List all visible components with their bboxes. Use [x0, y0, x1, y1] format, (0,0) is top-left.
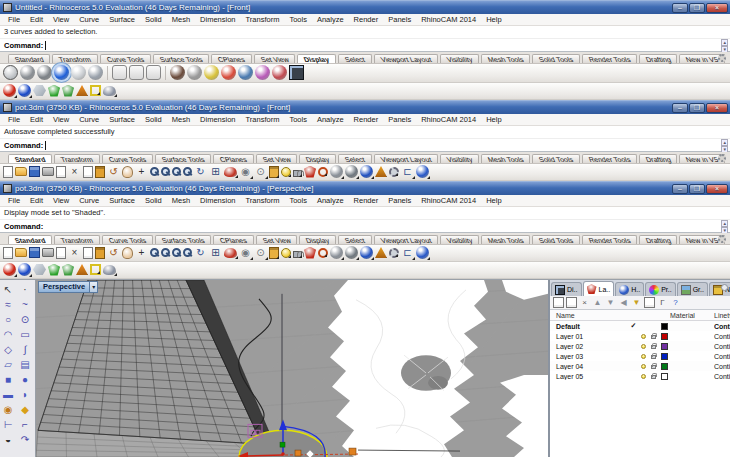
tab-cplanes[interactable]: CPlanes [211, 54, 251, 63]
layer-lock-icon[interactable] [648, 353, 658, 359]
minimize-button[interactable]: – [672, 103, 688, 113]
freeform-curve-icon[interactable]: ∫ [17, 342, 33, 357]
zoom-dynamic-icon[interactable] [150, 167, 159, 176]
menu-surface[interactable]: Surface [104, 15, 140, 24]
render-ring-icon[interactable] [318, 167, 328, 177]
layer-linetype[interactable]: Continuous [714, 353, 730, 360]
save-file-icon[interactable] [29, 166, 40, 177]
render-red-sphere-icon[interactable] [3, 84, 16, 97]
gear-icon[interactable] [718, 235, 726, 243]
layer-lock-icon[interactable] [648, 343, 658, 349]
layer-visibility-bulb-icon[interactable] [639, 354, 648, 359]
tab-curve-tools[interactable]: Curve Tools [102, 154, 153, 163]
tab-cplanes[interactable]: CPlanes [213, 235, 253, 244]
layer-name[interactable]: Layer 04 [550, 363, 628, 370]
menu-panels[interactable]: Panels [383, 196, 416, 205]
tab-viewport-layout[interactable]: Viewport Layout [374, 154, 438, 163]
layer-name[interactable]: Layer 03 [550, 353, 628, 360]
menu-solid[interactable]: Solid [140, 115, 167, 124]
artistic-display-icon[interactable] [129, 65, 144, 80]
minimize-button[interactable]: – [672, 184, 688, 194]
layer-row-layer-02[interactable]: Layer 02Continuous [550, 341, 730, 351]
layer-row-default[interactable]: Default✓Continuous [550, 321, 730, 331]
layer-color-swatch[interactable] [661, 363, 668, 370]
tab-solid-tools[interactable]: Solid Tools [532, 154, 580, 163]
xray-display-icon[interactable] [88, 65, 103, 80]
menu-file[interactable]: File [3, 115, 25, 124]
filter-icon[interactable]: ▼ [631, 297, 642, 308]
panel-tab-layers[interactable]: La.. [583, 281, 615, 296]
new-file-icon[interactable] [3, 166, 13, 178]
command-input[interactable] [46, 139, 730, 151]
ellipse-icon[interactable]: ⊙ [17, 312, 33, 327]
menu-curve[interactable]: Curve [74, 15, 104, 24]
paste-icon[interactable] [95, 247, 105, 259]
rendered-display-icon[interactable] [54, 65, 69, 80]
annotate-doc-icon[interactable] [56, 166, 66, 178]
tab-render-tools[interactable]: Render Tools [582, 235, 637, 244]
object-snap-icon[interactable]: ◉ [239, 165, 252, 178]
annotate-doc-icon[interactable] [56, 247, 66, 259]
menu-surface[interactable]: Surface [104, 196, 140, 205]
layer-linetype[interactable]: Continuous [714, 343, 730, 350]
panel-tab-help-icon[interactable] [619, 285, 629, 295]
arc-icon[interactable]: ◠ [0, 327, 16, 342]
surface-loft-icon[interactable]: ▤ [17, 357, 33, 372]
shaded-display-icon[interactable] [20, 65, 35, 80]
layer-name[interactable]: Default [550, 323, 628, 330]
restore-button[interactable]: ❐ [689, 103, 705, 113]
menu-mesh[interactable]: Mesh [167, 15, 195, 24]
menu-tools[interactable]: Tools [284, 196, 312, 205]
layer-bulb-icon[interactable] [281, 248, 291, 258]
green-shield-icon[interactable] [48, 264, 60, 276]
notification-triangle-icon[interactable] [375, 166, 387, 177]
tab-display[interactable]: Display [297, 54, 336, 63]
tab-transform[interactable]: Transform [54, 154, 100, 163]
menu-edit[interactable]: Edit [25, 196, 48, 205]
layer-visibility-bulb-icon[interactable] [639, 364, 648, 369]
layer-visibility-bulb-icon[interactable] [639, 344, 648, 349]
surface-icon[interactable]: ▱ [0, 357, 16, 372]
menu-edit[interactable]: Edit [25, 15, 48, 24]
menu-transform[interactable]: Transform [241, 196, 285, 205]
menu-analyze[interactable]: Analyze [312, 115, 349, 124]
tab-solid-tools[interactable]: Solid Tools [532, 54, 580, 63]
object-snap-icon[interactable]: ◉ [239, 246, 252, 259]
wireframe-display-icon[interactable] [3, 65, 18, 80]
zoom-extents-icon[interactable] [183, 248, 192, 257]
circle-icon[interactable]: ○ [0, 312, 16, 327]
menu-tools[interactable]: Tools [284, 15, 312, 24]
magenta-sphere-icon[interactable] [255, 65, 270, 80]
flat-monitor-icon[interactable] [289, 65, 304, 80]
lock-objects-icon[interactable] [293, 251, 302, 258]
close-button[interactable]: × [706, 3, 728, 13]
menu-file[interactable]: File [3, 196, 25, 205]
close-button[interactable]: × [706, 184, 728, 194]
tab-mesh-tools[interactable]: Mesh Tools [481, 54, 530, 63]
tab-surface-tools[interactable]: Surface Tools [153, 54, 209, 63]
panel-help-icon[interactable]: ? [670, 297, 681, 308]
gumball-scale-handle-green[interactable] [280, 442, 285, 447]
tab-drafting[interactable]: Drafting [639, 54, 678, 63]
command-spinner[interactable]: ▴▾ [721, 220, 728, 234]
cplane-icon[interactable] [269, 166, 279, 178]
tab-visibility[interactable]: Visibility [440, 154, 479, 163]
options-gear-icon[interactable] [389, 248, 399, 258]
tab-render-tools[interactable]: Render Tools [582, 154, 637, 163]
tab-surface-tools[interactable]: Surface Tools [155, 154, 211, 163]
menu-dimension[interactable]: Dimension [195, 115, 240, 124]
viewport-title-label[interactable]: Perspective [38, 281, 90, 293]
menu-transform[interactable]: Transform [241, 15, 285, 24]
close-button[interactable]: × [706, 103, 728, 113]
render-shell-icon[interactable] [304, 247, 316, 259]
panel-tab-ground-plane[interactable]: Gr.. [677, 282, 708, 296]
shaded-mode-icon[interactable] [224, 248, 237, 258]
spinner-up-icon[interactable]: ▴ [721, 39, 728, 46]
layer-bulb-icon[interactable] [281, 167, 291, 177]
paste-icon[interactable] [95, 166, 105, 178]
layer-row-layer-01[interactable]: Layer 01Continuous [550, 331, 730, 341]
menu-file[interactable]: File [3, 15, 25, 24]
sphere-points-icon[interactable]: ◒ [0, 432, 16, 447]
magenta-x-sphere-icon[interactable] [272, 65, 287, 80]
zoom-window-icon[interactable] [161, 167, 170, 176]
